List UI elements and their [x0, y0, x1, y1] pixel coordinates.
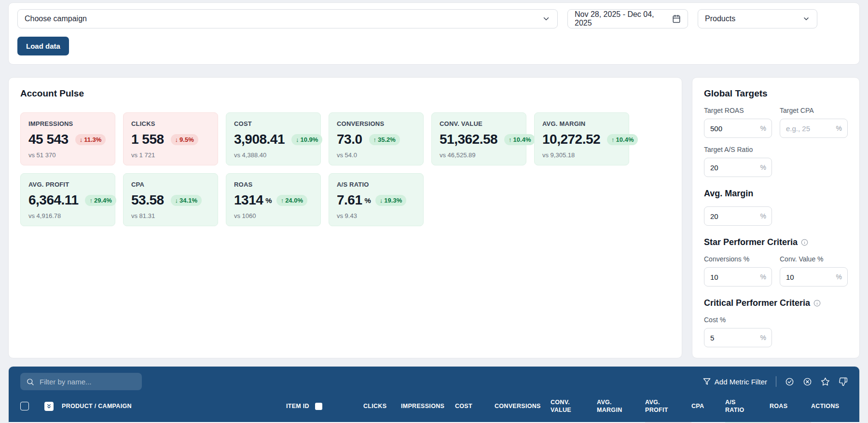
- target-as-ratio-field: Target A/S Ratio %: [704, 146, 772, 177]
- metric-card-clicks: CLICKS 1 558 ↓9.5% vs 1 721: [123, 112, 218, 165]
- x-circle-icon[interactable]: [803, 377, 812, 386]
- star-conv-value-field: Conv. Value % %: [780, 255, 848, 287]
- percent-suffix: %: [760, 124, 766, 132]
- filter-bar: Choose campaign Nov 28, 2025 - Dec 04, 2…: [8, 2, 860, 65]
- metric-card-impressions: IMPRESSIONS 45 543 ↓11.3% vs 51 370: [20, 112, 115, 165]
- global-targets-title: Global Targets: [704, 88, 848, 99]
- percent-suffix: %: [760, 164, 766, 171]
- metric-card-conversions: CONVERSIONS 73.0 ↑35.2% vs 54.0: [329, 112, 424, 165]
- delta-badge: ↑24.0%: [276, 195, 307, 206]
- view-select-value: Products: [705, 14, 735, 23]
- target-cpa-label: Target CPA: [780, 107, 848, 114]
- metric-label: ROAS: [234, 181, 313, 188]
- column-header-avg-profit: AVG. PROFIT: [645, 398, 680, 414]
- info-icon[interactable]: [813, 300, 821, 307]
- percent-suffix: %: [760, 212, 766, 220]
- avg-margin-title: Avg. Margin: [704, 189, 848, 199]
- metric-value: 53.58: [131, 192, 164, 208]
- target-roas-field: Target ROAS %: [704, 107, 772, 138]
- metric-value: 7.61: [337, 192, 362, 208]
- arrow-up-icon: ↑: [611, 136, 615, 143]
- delta-badge: ↑10.4%: [504, 134, 535, 145]
- percent-suffix: %: [760, 273, 766, 281]
- metric-label: AVG. MARGIN: [542, 120, 621, 127]
- metric-unit: %: [365, 196, 371, 205]
- metric-label: CPA: [131, 181, 210, 188]
- date-range-value: Nov 28, 2025 - Dec 04, 2025: [575, 10, 672, 27]
- arrow-up-icon: ↑: [509, 136, 512, 143]
- item-id-checkbox[interactable]: [315, 403, 322, 410]
- critical-performer-title: Critical Performer Criteria: [704, 298, 848, 308]
- metric-value: 51,362.58: [440, 132, 497, 147]
- percent-suffix: %: [836, 273, 842, 281]
- name-filter-search[interactable]: [20, 373, 142, 390]
- search-icon: [26, 378, 34, 386]
- view-select[interactable]: Products: [698, 9, 817, 28]
- account-pulse-title: Account Pulse: [20, 88, 670, 99]
- delta-badge: ↓10.9%: [291, 134, 322, 145]
- column-header-conversions: CONVERSIONS: [495, 402, 551, 410]
- delta-badge: ↑35.2%: [369, 134, 400, 145]
- chevron-down-icon: [802, 15, 810, 23]
- arrow-down-icon: ↓: [80, 136, 83, 143]
- metric-comparison: vs 51 370: [28, 151, 107, 159]
- delta-badge: ↑29.4%: [85, 195, 116, 206]
- arrow-up-icon: ↑: [89, 197, 93, 204]
- column-header-avg-margin: AVG. MARGIN: [597, 398, 632, 414]
- metric-card-avg-margin: AVG. MARGIN 10,272.52 ↑10.4% vs 9,305.18: [534, 112, 629, 165]
- arrow-up-icon: ↑: [281, 197, 284, 204]
- metric-card-roas: ROAS 1314% ↑24.0% vs 1060: [226, 173, 321, 226]
- metric-value: 73.0: [337, 132, 362, 147]
- column-header-cost: COST: [455, 402, 495, 410]
- star-conv-value-label: Conv. Value %: [780, 255, 848, 263]
- expand-all-button[interactable]: [44, 402, 54, 411]
- add-metric-filter-button[interactable]: Add Metric Filter: [703, 378, 767, 386]
- metric-label: A/S RATIO: [337, 181, 415, 188]
- column-header-conv-value: CONV. VALUE: [551, 398, 585, 414]
- metric-comparison: vs 1060: [234, 212, 313, 219]
- arrow-down-icon: ↓: [175, 197, 179, 204]
- calendar-icon: [672, 14, 681, 23]
- star-icon[interactable]: [821, 377, 830, 386]
- column-header-cpa: CPA: [691, 402, 725, 410]
- metric-comparison: vs 9,305.18: [542, 151, 621, 159]
- funnel-icon: [703, 378, 711, 385]
- metric-comparison: vs 46,525.89: [440, 151, 518, 159]
- metric-value: 3,908.41: [234, 132, 285, 147]
- load-data-button[interactable]: Load data: [17, 37, 69, 55]
- column-header-item-id: ITEM ID: [286, 402, 363, 410]
- arrow-up-icon: ↑: [373, 136, 377, 143]
- target-roas-label: Target ROAS: [704, 107, 772, 114]
- critical-cost-field: Cost % %: [704, 316, 772, 347]
- column-header-clicks: CLICKS: [363, 402, 401, 410]
- metric-label: CONV. VALUE: [440, 120, 518, 127]
- star-performer-title: Star Performer Criteria: [704, 237, 848, 247]
- column-header-impressions: IMPRESSIONS: [401, 402, 455, 410]
- arrow-down-icon: ↓: [296, 136, 299, 143]
- info-icon[interactable]: [801, 239, 808, 246]
- metric-card-conv-value: CONV. VALUE 51,362.58 ↑10.4% vs 46,525.8…: [431, 112, 526, 165]
- thumbs-down-icon[interactable]: [839, 377, 848, 386]
- global-targets-panel: Global Targets Target ROAS % Target CPA …: [692, 77, 860, 358]
- table-header-row: PRODUCT / CAMPAIGN ITEM ID CLICKS IMPRES…: [9, 396, 859, 422]
- percent-suffix: %: [760, 334, 766, 341]
- check-circle-icon[interactable]: [785, 377, 794, 386]
- star-conversions-label: Conversions %: [704, 255, 772, 263]
- metric-comparison: vs 9.43: [337, 212, 415, 219]
- campaign-select-value: Choose campaign: [25, 14, 87, 23]
- date-range-picker[interactable]: Nov 28, 2025 - Dec 04, 2025: [567, 9, 688, 28]
- metric-comparison: vs 54.0: [337, 151, 415, 159]
- column-header-roas: ROAS: [770, 402, 811, 410]
- delta-badge: ↑10.4%: [607, 134, 638, 145]
- metric-comparison: vs 81.31: [131, 212, 210, 219]
- products-table: Add Metric Filter: [8, 366, 860, 423]
- column-header-product: PRODUCT / CAMPAIGN: [62, 402, 286, 410]
- delta-badge: ↓9.5%: [171, 134, 198, 145]
- select-all-checkbox[interactable]: [20, 402, 29, 410]
- delta-badge: ↓34.1%: [171, 195, 202, 206]
- metric-value: 1 558: [131, 132, 164, 147]
- critical-cost-label: Cost %: [704, 316, 772, 324]
- metric-card-as-ratio: A/S RATIO 7.61% ↓19.3% vs 9.43: [329, 173, 424, 226]
- search-input[interactable]: [39, 377, 136, 386]
- campaign-select[interactable]: Choose campaign: [17, 9, 558, 28]
